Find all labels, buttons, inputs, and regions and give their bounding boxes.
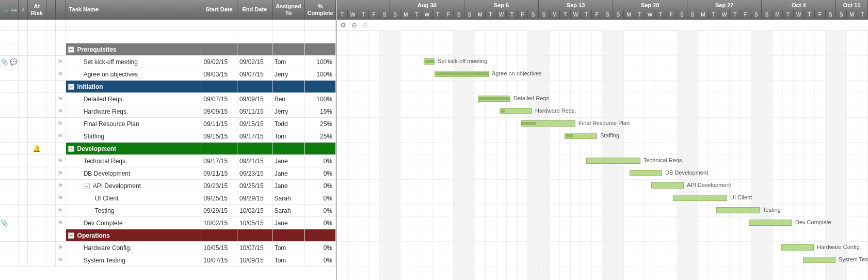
week-header[interactable]: Sep 20 <box>613 0 687 10</box>
col-header-attachment[interactable]: 📎 <box>0 0 9 19</box>
attachment-cell[interactable] <box>0 155 9 167</box>
end-date-cell[interactable]: 09/11/15 <box>237 105 272 117</box>
flag-cell[interactable]: ⚑ <box>56 242 66 254</box>
task-name-cell[interactable]: Final Resource Plan <box>66 118 202 130</box>
end-date-cell[interactable]: 10/02/15 <box>237 205 272 216</box>
attachment-cell[interactable] <box>0 31 9 43</box>
day-header[interactable]: M <box>550 10 560 20</box>
task-name-cell[interactable]: Testing <box>66 205 202 216</box>
start-date-cell[interactable] <box>201 229 237 241</box>
comment-cell[interactable] <box>9 229 19 241</box>
day-header[interactable]: T <box>655 10 666 20</box>
start-date-cell[interactable]: 09/11/15 <box>201 118 237 130</box>
comment-cell[interactable] <box>9 167 19 179</box>
risk-cell[interactable] <box>28 31 46 43</box>
day-header[interactable]: W <box>794 10 805 20</box>
pct-cell[interactable] <box>305 81 336 92</box>
end-date-cell[interactable]: 09/07/15 <box>237 68 272 80</box>
end-date-cell[interactable] <box>237 31 272 43</box>
week-header[interactable]: Sep 6 <box>464 0 539 10</box>
flag-cell[interactable]: ⚑ <box>56 192 66 204</box>
collapse-icon[interactable]: − <box>68 146 74 152</box>
assigned-cell[interactable]: Jane <box>272 155 306 167</box>
gantt-bar[interactable] <box>586 158 640 164</box>
assigned-cell[interactable] <box>272 143 306 154</box>
start-date-cell[interactable]: 09/25/15 <box>201 192 237 204</box>
task-name-cell[interactable]: Agree on objectives <box>66 68 202 80</box>
task-name-cell[interactable]: −Development <box>66 143 202 154</box>
gantt-bar[interactable] <box>651 182 684 189</box>
gantt-bar[interactable] <box>424 58 435 65</box>
assigned-cell[interactable]: Jerry <box>272 105 306 117</box>
attachment-cell[interactable] <box>0 105 9 117</box>
filter-row[interactable] <box>0 20 336 31</box>
task-name-cell[interactable]: −Initiation <box>66 81 202 92</box>
col-header-start-date[interactable]: Start Date <box>201 0 237 19</box>
start-date-cell[interactable]: 09/15/15 <box>201 130 237 142</box>
comment-cell[interactable] <box>9 143 19 154</box>
collapse-icon[interactable]: − <box>84 183 90 189</box>
gantt-bar[interactable] <box>749 220 792 226</box>
table-row[interactable]: ⚑Technical Reqs.09/17/1509/21/15Jane0% <box>0 155 336 167</box>
comment-cell[interactable] <box>9 205 19 216</box>
day-header[interactable]: S <box>390 10 401 20</box>
attachment-cell[interactable] <box>0 68 9 80</box>
task-name-cell[interactable]: DB Development <box>66 167 202 179</box>
end-date-cell[interactable] <box>237 143 272 154</box>
pct-cell[interactable]: 0% <box>305 155 336 167</box>
pct-cell[interactable]: 100% <box>305 93 336 105</box>
pct-cell[interactable]: 15% <box>305 105 336 117</box>
attachment-cell[interactable] <box>0 143 9 154</box>
risk-cell[interactable]: 🔔 <box>28 143 46 154</box>
pct-cell[interactable]: 0% <box>305 167 336 179</box>
group-row-init[interactable]: −Initiation <box>0 81 336 93</box>
flag-cell[interactable] <box>56 229 66 241</box>
pct-cell[interactable] <box>305 31 336 43</box>
attachment-cell[interactable] <box>0 167 9 179</box>
table-row[interactable]: ⚑UI Client09/25/1509/29/15Sarah0% <box>0 192 336 205</box>
attachment-cell[interactable] <box>0 180 9 192</box>
collapse-icon[interactable]: − <box>68 46 74 53</box>
risk-cell[interactable] <box>28 242 46 254</box>
flag-cell[interactable] <box>56 43 66 55</box>
pct-cell[interactable]: 25% <box>305 118 336 130</box>
table-row[interactable]: ⚑Final Resource Plan09/11/1509/15/15Todd… <box>0 118 336 130</box>
day-header[interactable]: S <box>464 10 475 20</box>
task-name-cell[interactable]: Hardware Reqs. <box>66 105 202 117</box>
risk-cell[interactable] <box>28 68 46 80</box>
gantt-bar[interactable] <box>781 244 814 251</box>
pct-cell[interactable]: 25% <box>305 130 336 142</box>
end-date-cell[interactable]: 09/23/15 <box>237 167 272 179</box>
flag-cell[interactable] <box>56 31 66 43</box>
task-name-cell[interactable]: Hardware Config. <box>66 242 202 254</box>
attachment-cell[interactable] <box>0 192 9 204</box>
day-header[interactable]: T <box>486 10 496 20</box>
table-row[interactable]: ⚑System Testing10/07/1510/09/15Tom0% <box>0 254 336 267</box>
task-name-cell[interactable]: Technical Reqs. <box>66 155 202 167</box>
end-date-cell[interactable]: 09/21/15 <box>237 155 272 167</box>
risk-cell[interactable] <box>28 56 46 68</box>
table-row[interactable]: ⚑Hardware Reqs.09/09/1509/11/15Jerry15% <box>0 105 336 118</box>
gantt-bar[interactable] <box>521 120 575 127</box>
day-header[interactable]: W <box>496 10 507 20</box>
assigned-cell[interactable]: Jerry <box>272 68 306 80</box>
gear-icon[interactable]: ⚙ <box>340 21 346 29</box>
comment-cell[interactable] <box>9 68 19 80</box>
day-header[interactable]: F <box>369 10 380 20</box>
task-name-cell[interactable]: −API Development <box>66 180 202 192</box>
risk-cell[interactable] <box>28 43 46 55</box>
start-date-cell[interactable]: 10/05/15 <box>201 242 237 254</box>
assigned-cell[interactable]: Tom <box>272 254 306 266</box>
start-date-cell[interactable] <box>201 31 237 43</box>
table-row[interactable]: 📎⚑Dev Complete10/02/1510/05/15Jane0% <box>0 217 336 229</box>
risk-cell[interactable] <box>28 118 46 130</box>
blank-row[interactable] <box>0 31 336 43</box>
assigned-cell[interactable]: Jane <box>272 167 306 179</box>
risk-cell[interactable] <box>28 155 46 167</box>
day-header[interactable]: W <box>422 10 433 20</box>
col-header-at-risk[interactable]: At Risk <box>28 0 46 19</box>
assigned-cell[interactable]: Sarah <box>272 205 306 216</box>
week-header[interactable]: Oct 4 <box>762 0 836 10</box>
comment-cell[interactable] <box>9 105 19 117</box>
end-date-cell[interactable]: 09/29/15 <box>237 192 272 204</box>
